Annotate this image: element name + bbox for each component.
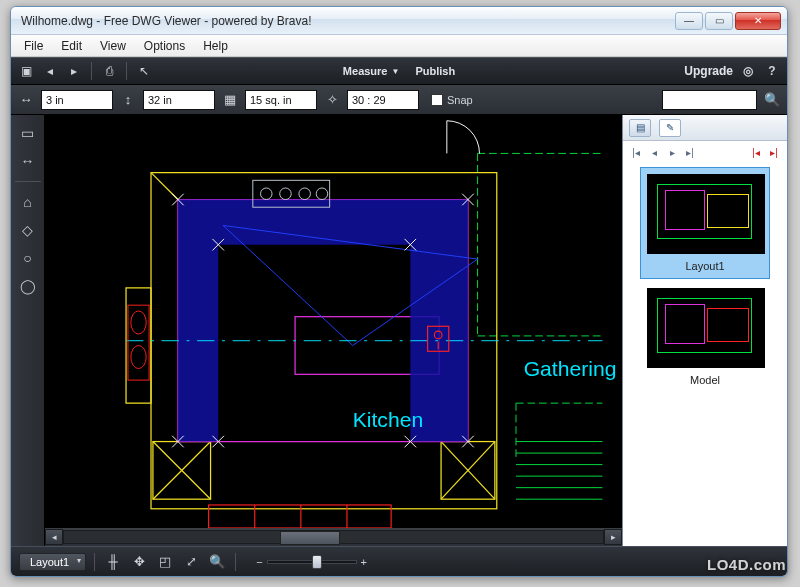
thumbnail-preview [647,174,765,254]
nav-mark-prev-icon[interactable]: |◂ [749,147,763,158]
app-body: ▭ ↔ ⌂ ◇ ○ ◯ [11,115,787,546]
settings-icon[interactable]: ◎ [739,62,757,80]
toolbar-right: Upgrade ◎ ? [684,62,781,80]
svg-marker-18 [178,200,468,442]
menu-options[interactable]: Options [135,37,194,55]
thumbnail-label: Layout1 [647,260,763,272]
scroll-left-icon[interactable]: ◂ [45,529,63,545]
scroll-thumb[interactable] [280,531,340,545]
zoom-window-icon[interactable]: ◰ [155,552,175,572]
snap-label: Snap [447,94,473,106]
toolbar-center: Measure ▼ Publish [343,65,455,77]
window-controls: — ▭ ✕ [675,12,781,30]
zoom-extents-icon[interactable]: ⤢ [181,552,201,572]
search-input[interactable] [662,90,757,110]
thumbnail-preview [647,288,765,368]
scroll-track[interactable] [63,530,604,544]
snap-toggle[interactable]: Snap [431,94,473,106]
thumbnail-list: Layout1 Model [623,161,787,546]
circle-icon[interactable]: ○ [16,246,40,270]
cursor-icon[interactable]: ↖ [135,62,153,80]
thumbnail-label: Model [647,374,763,386]
layout-tab-selector[interactable]: Layout1 [19,553,86,571]
toolbar-divider [15,181,41,182]
svg-point-32 [131,346,146,369]
fit-width-icon[interactable]: ╫ [103,552,123,572]
app-window: Wilhome.dwg - Free DWG Viewer - powered … [10,6,788,577]
checkbox-icon [431,94,443,106]
zoom-slider[interactable]: − + [256,556,367,568]
horizontal-scrollbar[interactable]: ◂ ▸ [45,528,622,546]
open-icon[interactable]: ▣ [17,62,35,80]
help-icon[interactable]: ? [763,62,781,80]
nav-prev-icon[interactable]: ◂ [647,147,661,158]
angle-icon[interactable]: ✧ [321,89,343,111]
toolbar-divider [126,62,127,80]
zoom-out-icon[interactable]: − [256,556,262,568]
height-input[interactable] [143,90,215,110]
thumbnail-tab-layouts[interactable]: ▤ [629,119,651,137]
svg-point-36 [299,188,311,200]
top-toolbar: ▣ ◂ ▸ ⎙ ↖ Measure ▼ Publish Upgrade ◎ ? [11,57,787,85]
time-input[interactable] [347,90,419,110]
next-page-icon[interactable]: ▸ [65,62,83,80]
svg-point-35 [280,188,292,200]
zoom-in-icon[interactable]: + [361,556,367,568]
thumbnail-layout1[interactable]: Layout1 [640,167,770,279]
print-icon[interactable]: ⎙ [100,62,118,80]
svg-point-34 [261,188,273,200]
svg-point-31 [131,311,146,334]
ellipse-icon[interactable]: ◯ [16,274,40,298]
watermark: LO4D.com [707,556,786,573]
home-icon[interactable]: ⌂ [16,190,40,214]
thumbnail-model[interactable]: Model [640,281,770,393]
thumbnail-panel: ▤ ✎ |◂ ◂ ▸ ▸| |◂ ▸| Layout1 [622,115,787,546]
upgrade-button[interactable]: Upgrade [684,64,733,78]
statusbar-divider [94,553,95,571]
ruler-height-icon[interactable]: ↕ [117,89,139,111]
diamond-icon[interactable]: ◇ [16,218,40,242]
nav-first-icon[interactable]: |◂ [629,147,643,158]
canvas-area: Kitchen Gathering ◂ ▸ [45,115,622,546]
publish-menu[interactable]: Publish [415,65,455,77]
statusbar: Layout1 ╫ ✥ ◰ ⤢ 🔍 − + [11,546,787,576]
chevron-down-icon: ▼ [391,67,399,76]
nav-mark-next-icon[interactable]: ▸| [767,147,781,158]
svg-point-37 [316,188,328,200]
area-icon[interactable]: ▦ [219,89,241,111]
pan-icon[interactable]: ✥ [129,552,149,572]
minimize-button[interactable]: — [675,12,703,30]
move-icon[interactable]: ↔ [16,149,40,173]
left-toolbar: ▭ ↔ ⌂ ◇ ○ ◯ [11,115,45,546]
measure-menu[interactable]: Measure [343,65,388,77]
thumbnail-tab-markup[interactable]: ✎ [659,119,681,137]
menu-help[interactable]: Help [194,37,237,55]
floorplan-svg: Kitchen Gathering [45,115,622,528]
close-button[interactable]: ✕ [735,12,781,30]
prev-page-icon[interactable]: ◂ [41,62,59,80]
scroll-right-icon[interactable]: ▸ [604,529,622,545]
statusbar-divider [235,553,236,571]
width-input[interactable] [41,90,113,110]
menu-edit[interactable]: Edit [52,37,91,55]
drawing-canvas[interactable]: Kitchen Gathering [45,115,622,528]
toolbar-divider [91,62,92,80]
nav-last-icon[interactable]: ▸| [683,147,697,158]
maximize-button[interactable]: ▭ [705,12,733,30]
nav-next-icon[interactable]: ▸ [665,147,679,158]
kitchen-label: Kitchen [353,408,423,431]
ruler-width-icon[interactable]: ↔ [15,89,37,111]
titlebar[interactable]: Wilhome.dwg - Free DWG Viewer - powered … [11,7,787,35]
zoom-track[interactable] [267,560,357,564]
thumbnail-tabs: ▤ ✎ [623,115,787,141]
menu-file[interactable]: File [15,37,52,55]
layout-tab-label: Layout1 [30,556,69,568]
pan-select-icon[interactable]: ▭ [16,121,40,145]
area-input[interactable] [245,90,317,110]
search-icon[interactable]: 🔍 [761,89,783,111]
window-title: Wilhome.dwg - Free DWG Viewer - powered … [17,14,675,28]
magnify-icon[interactable]: 🔍 [207,552,227,572]
menu-view[interactable]: View [91,37,135,55]
measure-toolbar: ↔ ↕ ▦ ✧ Snap 🔍 [11,85,787,115]
zoom-knob[interactable] [312,555,322,569]
